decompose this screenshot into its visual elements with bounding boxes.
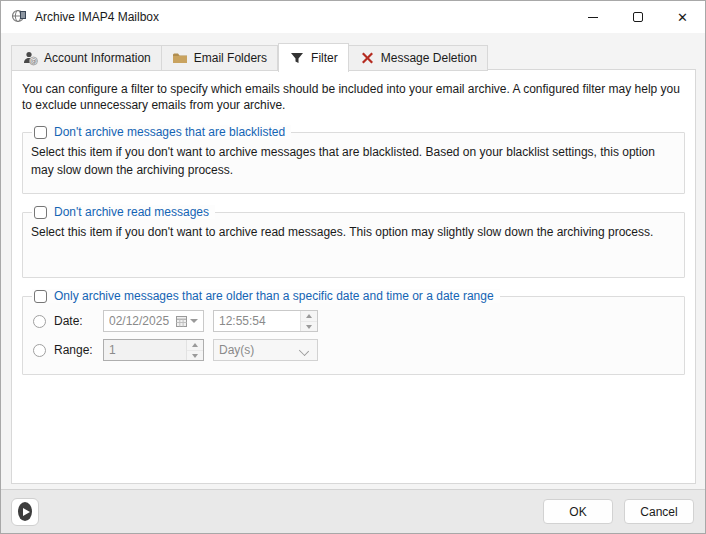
dialog-buttons: OK Cancel	[543, 499, 705, 524]
window-controls: ✕	[570, 1, 705, 33]
range-number-input[interactable]: 1	[103, 339, 204, 361]
tab-label: Filter	[311, 51, 338, 65]
window-title: Archive IMAP4 Mailbox	[35, 10, 159, 24]
read-messages-checkbox[interactable]	[34, 206, 47, 219]
blacklisted-checkbox-label[interactable]: Don't archive messages that are blacklis…	[54, 125, 285, 139]
date-row: Date: 02/12/2025	[33, 310, 676, 332]
range-radio-label[interactable]: Range:	[54, 343, 103, 357]
read-messages-description: Select this item if you don't want to ar…	[31, 219, 676, 271]
cancel-button[interactable]: Cancel	[624, 499, 694, 524]
range-spinner	[186, 340, 203, 360]
date-value: 02/12/2025	[109, 314, 176, 328]
minimize-button[interactable]	[570, 1, 615, 33]
maximize-icon	[633, 12, 643, 22]
calendar-icon[interactable]	[176, 316, 187, 327]
app-globe-icon	[11, 8, 27, 27]
svg-text:@: @	[30, 57, 37, 65]
red-x-icon	[359, 50, 375, 66]
spin-up-icon	[306, 314, 312, 318]
spin-down-icon	[306, 325, 312, 329]
close-button[interactable]: ✕	[660, 1, 705, 33]
range-unit-value: Day(s)	[219, 343, 300, 357]
range-unit-dropdown[interactable]: Day(s)	[213, 339, 318, 361]
date-filter-checkbox[interactable]	[34, 290, 47, 303]
group-date-filter-legend: Only archive messages that are older tha…	[32, 289, 500, 303]
spin-down-icon	[192, 354, 198, 358]
time-spin-up-button[interactable]	[301, 311, 317, 321]
range-value: 1	[109, 343, 186, 357]
date-radio[interactable]	[33, 315, 46, 328]
ok-button[interactable]: OK	[543, 499, 613, 524]
footer-bar: OK Cancel	[1, 489, 705, 533]
date-picker[interactable]: 02/12/2025	[103, 310, 204, 332]
tab-filter[interactable]: Filter	[278, 43, 349, 72]
date-filter-checkbox-label[interactable]: Only archive messages that are older tha…	[54, 289, 494, 303]
play-icon	[18, 502, 32, 521]
date-dropdown-icon[interactable]	[190, 319, 198, 323]
title-bar: Archive IMAP4 Mailbox ✕	[1, 1, 705, 33]
blacklisted-checkbox[interactable]	[34, 126, 47, 139]
time-value: 12:55:54	[219, 314, 300, 328]
date-radio-label[interactable]: Date:	[54, 314, 103, 328]
range-radio[interactable]	[33, 344, 46, 357]
close-icon: ✕	[677, 11, 688, 24]
funnel-icon	[289, 50, 305, 66]
group-read-messages-legend: Don't archive read messages	[32, 205, 215, 219]
tab-bar: @ Account Information Email Folders Filt…	[11, 43, 488, 71]
range-spin-down-button[interactable]	[187, 350, 203, 361]
minimize-icon	[588, 17, 598, 18]
account-at-icon: @	[22, 50, 38, 66]
group-blacklisted: Don't archive messages that are blacklis…	[22, 125, 685, 194]
dialog-archive-imap4-mailbox: Archive IMAP4 Mailbox ✕ @ Account Inform…	[0, 0, 706, 534]
group-date-filter: Only archive messages that are older tha…	[22, 289, 685, 375]
chevron-down-icon	[300, 346, 309, 355]
tab-label: Email Folders	[194, 51, 267, 65]
time-input[interactable]: 12:55:54	[213, 310, 318, 332]
help-video-button[interactable]	[11, 498, 39, 526]
blacklisted-description: Select this item if you don't want to ar…	[31, 139, 676, 187]
maximize-button[interactable]	[615, 1, 660, 33]
group-blacklisted-legend: Don't archive messages that are blacklis…	[32, 125, 291, 139]
tab-email-folders[interactable]: Email Folders	[162, 45, 278, 71]
tab-label: Message Deletion	[381, 51, 477, 65]
spin-up-icon	[192, 343, 198, 347]
time-spin-down-button[interactable]	[301, 321, 317, 332]
tab-label: Account Information	[44, 51, 151, 65]
group-read-messages: Don't archive read messages Select this …	[22, 205, 685, 278]
range-row: Range: 1 Day(s)	[33, 339, 676, 361]
folder-icon	[172, 50, 188, 66]
tab-account-information[interactable]: @ Account Information	[11, 45, 162, 71]
range-spin-up-button[interactable]	[187, 340, 203, 350]
time-spinner	[300, 311, 317, 331]
tab-message-deletion[interactable]: Message Deletion	[349, 45, 488, 71]
filter-intro-text: You can configure a filter to specify wh…	[22, 81, 685, 113]
filter-tab-panel: You can configure a filter to specify wh…	[11, 69, 696, 484]
read-messages-checkbox-label[interactable]: Don't archive read messages	[54, 205, 209, 219]
